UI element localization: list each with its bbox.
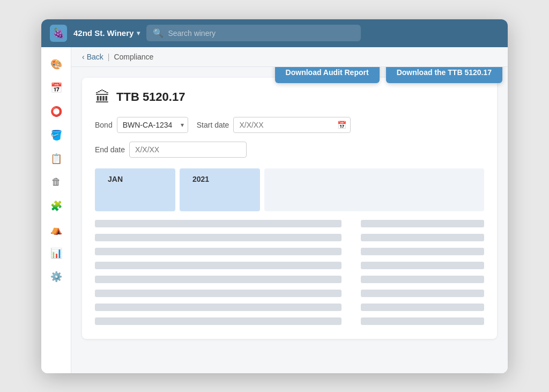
start-date-group: Start date 📅 — [197, 117, 351, 133]
sidebar-item-circle[interactable]: ⭕ — [46, 101, 67, 122]
skeleton-row — [95, 290, 342, 297]
settings-icon: ⚙️ — [50, 271, 62, 283]
month-year-section: JAN 2021 — [95, 168, 484, 211]
col-right-3 — [361, 248, 484, 255]
skeleton-row — [95, 248, 342, 255]
breadcrumb-current: Compliance — [114, 53, 153, 61]
clipboard-icon: 📋 — [50, 153, 62, 165]
row-spacer — [346, 304, 357, 311]
col-right-7 — [361, 304, 484, 311]
report-card: 🏛 TTB 5120.17 Bond BWN-CA-1234 — [82, 78, 497, 339]
winery-logo: 🍇 — [50, 25, 67, 42]
col-right-8 — [361, 317, 484, 325]
col-left-3 — [95, 248, 342, 255]
barrel-icon: 🪣 — [50, 129, 62, 141]
col-left-5 — [95, 276, 342, 283]
row-spacer — [346, 234, 357, 241]
packages-icon: 🧩 — [50, 200, 62, 212]
col-left-8 — [95, 317, 342, 325]
download-audit-button[interactable]: Download Audit Report — [275, 67, 380, 83]
circle-icon: ⭕ — [50, 106, 62, 117]
col-left-2 — [95, 234, 342, 241]
month-cell: JAN — [95, 168, 175, 211]
row-spacer — [346, 262, 357, 269]
winery-selector[interactable]: 42nd St. Winery ▾ — [73, 28, 140, 38]
sidebar-item-barrel[interactable]: 🪣 — [46, 124, 67, 146]
analytics-icon: 📊 — [50, 247, 62, 259]
start-date-input[interactable] — [233, 117, 351, 133]
chevron-down-icon: ▾ — [137, 29, 140, 37]
download-buttons-overlay: Download Audit Report Download the TTB 5… — [275, 67, 502, 83]
empty-cell — [264, 168, 484, 211]
search-input[interactable] — [168, 29, 354, 38]
col-right-2 — [361, 234, 484, 241]
row-spacer — [346, 276, 357, 283]
skeleton-row — [361, 290, 484, 297]
content-area: ‹ Back | Compliance Download Audit Repor… — [71, 47, 508, 373]
sidebar-item-palette[interactable]: 🎨 — [46, 54, 67, 75]
col-left-4 — [95, 262, 342, 269]
app-window: 🍇 42nd St. Winery ▾ 🔍 🎨 📅 ⭕ 🪣 — [41, 19, 508, 373]
skeleton-row — [95, 317, 342, 325]
skeleton-row — [95, 220, 342, 227]
bond-select-wrapper: BWN-CA-1234 — [117, 117, 188, 133]
bond-select[interactable]: BWN-CA-1234 — [117, 117, 188, 133]
top-nav: 🍇 42nd St. Winery ▾ 🔍 — [41, 19, 508, 47]
winery-name: 42nd St. Winery — [73, 28, 133, 38]
table-row — [95, 248, 484, 255]
skeleton-row — [95, 234, 342, 241]
end-date-wrapper — [129, 142, 247, 158]
sidebar-item-trash[interactable]: 🗑 — [46, 172, 67, 193]
back-label: Back — [87, 53, 103, 61]
end-date-group: End date — [95, 142, 247, 158]
bond-label: Bond — [95, 121, 113, 129]
form-row: Bond BWN-CA-1234 Start date � — [95, 117, 484, 158]
skeleton-row — [361, 248, 484, 255]
table-row — [95, 220, 484, 227]
row-spacer — [346, 248, 357, 255]
col-right-5 — [361, 276, 484, 283]
skeleton-row — [361, 304, 484, 311]
end-date-input[interactable] — [129, 142, 247, 158]
tent-icon: ⛺ — [50, 224, 62, 235]
table-row — [95, 304, 484, 311]
col-right-4 — [361, 262, 484, 269]
sidebar: 🎨 📅 ⭕ 🪣 📋 🗑 🧩 ⛺ 📊 — [41, 47, 71, 373]
back-button[interactable]: ‹ Back — [82, 53, 103, 61]
skeleton-row — [361, 234, 484, 241]
skeleton-row — [95, 304, 342, 311]
bond-group: Bond BWN-CA-1234 — [95, 117, 188, 133]
col-left-7 — [95, 304, 342, 311]
data-rows — [95, 220, 484, 328]
sidebar-item-analytics[interactable]: 📊 — [46, 242, 67, 264]
download-ttb-button[interactable]: Download the TTB 5120.17 — [386, 67, 502, 83]
breadcrumb-bar: ‹ Back | Compliance — [71, 47, 508, 67]
report-title: TTB 5120.17 — [116, 90, 185, 104]
table-row — [95, 276, 484, 283]
skeleton-row — [361, 317, 484, 325]
sidebar-item-packages[interactable]: 🧩 — [46, 195, 67, 217]
grape-icon: 🍇 — [53, 27, 64, 39]
skeleton-row — [95, 262, 342, 269]
row-spacer — [346, 220, 357, 227]
col-right-1 — [361, 220, 484, 227]
sidebar-item-clipboard[interactable]: 📋 — [46, 148, 67, 169]
col-left-1 — [95, 220, 342, 227]
table-row — [95, 290, 484, 297]
trash-icon: 🗑 — [51, 176, 61, 188]
search-bar: 🔍 — [146, 25, 361, 41]
year-label: 2021 — [192, 175, 209, 183]
table-row — [95, 234, 484, 241]
sidebar-item-settings[interactable]: ⚙️ — [46, 266, 67, 287]
skeleton-row — [361, 276, 484, 283]
bank-icon: 🏛 — [95, 88, 110, 106]
end-date-label: End date — [95, 145, 125, 154]
page-content: Download Audit Report Download the TTB 5… — [71, 67, 508, 373]
sidebar-item-calendar[interactable]: 📅 — [46, 77, 67, 99]
sidebar-item-tent[interactable]: ⛺ — [46, 219, 67, 240]
calendar-icon: 📅 — [50, 82, 62, 94]
skeleton-row — [95, 276, 342, 283]
chevron-left-icon: ‹ — [82, 53, 85, 61]
year-cell: 2021 — [180, 168, 260, 211]
breadcrumb-separator: | — [108, 53, 110, 61]
